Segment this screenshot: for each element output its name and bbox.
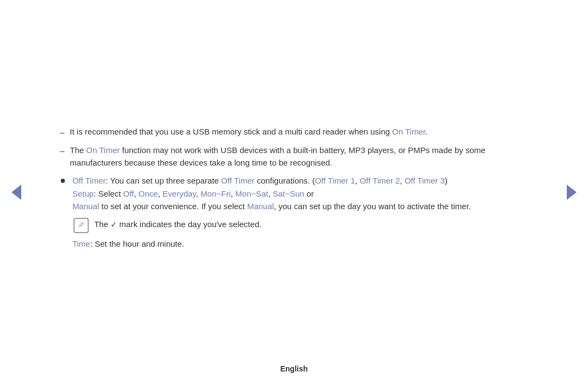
dash-item-2: – The On Timer function may not work wit… bbox=[60, 144, 528, 169]
dash-symbol-2: – bbox=[60, 144, 64, 169]
next-page-arrow[interactable] bbox=[565, 184, 578, 201]
manual-link-2[interactable]: Manual bbox=[247, 202, 274, 211]
off-timer-2-link[interactable]: Off Timer 2 bbox=[360, 176, 400, 185]
note-block: The ✓ mark indicates the day you've sele… bbox=[74, 218, 528, 233]
sat-sun-option[interactable]: Sat~Sun bbox=[273, 189, 304, 198]
setup-line: Setup: Select Off, Once, Everyday, Mon~F… bbox=[72, 187, 528, 200]
once-option[interactable]: Once bbox=[138, 189, 158, 198]
dash-item-1: – It is recommended that you use a USB m… bbox=[60, 125, 528, 138]
dash-item-2-text: The On Timer function may not work with … bbox=[70, 144, 528, 169]
off-timer-label[interactable]: Off Timer bbox=[72, 176, 106, 185]
time-line: Time: Set the hour and minute. bbox=[72, 237, 528, 250]
off-timer-1-link[interactable]: Off Timer 1 bbox=[315, 176, 355, 185]
footer-language: English bbox=[280, 364, 308, 373]
content-area: – It is recommended that you use a USB m… bbox=[49, 109, 539, 276]
off-timer-line1: Off Timer: You can set up three separate… bbox=[72, 174, 528, 187]
dash-list: – It is recommended that you use a USB m… bbox=[60, 125, 528, 169]
dash-symbol-1: – bbox=[60, 126, 64, 138]
off-timer-link-inline[interactable]: Off Timer bbox=[221, 176, 254, 185]
dash-item-1-text: It is recommended that you use a USB mem… bbox=[70, 125, 427, 138]
off-option[interactable]: Off bbox=[123, 189, 134, 198]
bullet-item-1: ● Off Timer: You can set up three separa… bbox=[60, 174, 528, 250]
page-container: – It is recommended that you use a USB m… bbox=[0, 0, 588, 384]
checkmark-symbol: ✓ bbox=[111, 220, 117, 229]
manual-link-1[interactable]: Manual bbox=[72, 202, 99, 211]
mon-sat-option[interactable]: Mon~Sat bbox=[235, 189, 268, 198]
note-text: The ✓ mark indicates the day you've sele… bbox=[94, 218, 262, 231]
on-timer-link-2[interactable]: On Timer bbox=[86, 145, 120, 155]
bullet-item-1-content: Off Timer: You can set up three separate… bbox=[72, 174, 528, 250]
everyday-option[interactable]: Everyday bbox=[163, 189, 196, 198]
time-label[interactable]: Time bbox=[72, 239, 90, 248]
on-timer-link-1[interactable]: On Timer bbox=[392, 127, 425, 136]
bullet-dot-1: ● bbox=[60, 173, 66, 250]
manual-line: Manual to set at your convenience. If yo… bbox=[72, 200, 528, 212]
prev-page-arrow[interactable] bbox=[10, 184, 23, 201]
note-icon bbox=[74, 218, 89, 233]
setup-label[interactable]: Setup bbox=[72, 189, 94, 198]
mon-fri-option[interactable]: Mon~Fri bbox=[200, 189, 230, 198]
off-timer-3-link[interactable]: Off Timer 3 bbox=[405, 176, 445, 185]
